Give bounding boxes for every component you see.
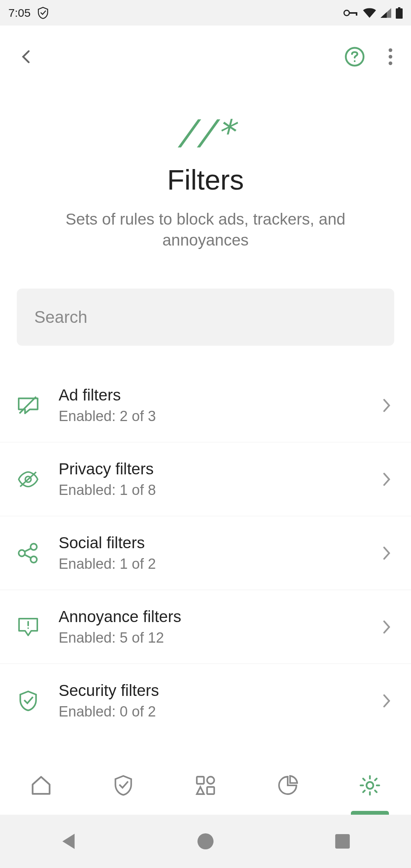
item-title: Social filters xyxy=(59,534,360,552)
more-menu-button[interactable] xyxy=(388,48,393,67)
svg-rect-3 xyxy=(396,8,403,19)
chevron-right-icon xyxy=(379,398,394,413)
item-subtitle: Enabled: 0 of 2 xyxy=(59,704,360,720)
list-item-security-filters[interactable]: Security filters Enabled: 0 of 2 xyxy=(0,664,411,737)
svg-rect-20 xyxy=(197,777,204,784)
svg-point-15 xyxy=(30,556,37,563)
svg-point-23 xyxy=(366,782,373,789)
active-tab-indicator xyxy=(351,811,389,815)
alert-bubble-icon xyxy=(17,617,40,637)
sys-home-button[interactable] xyxy=(137,815,274,868)
item-subtitle: Enabled: 5 of 12 xyxy=(59,630,360,646)
svg-point-19 xyxy=(27,627,29,629)
help-button[interactable] xyxy=(344,46,365,69)
list-item-annoyance-filters[interactable]: Annoyance filters Enabled: 5 of 12 xyxy=(0,590,411,664)
item-title: Privacy filters xyxy=(59,460,360,478)
nav-protection[interactable] xyxy=(82,756,164,815)
item-title: Security filters xyxy=(59,681,360,700)
shield-status-icon xyxy=(37,6,49,19)
status-time: 7:05 xyxy=(8,6,30,19)
chevron-right-icon xyxy=(379,472,394,487)
svg-rect-25 xyxy=(335,834,350,849)
page-subtitle: Sets of rules to block ads, trackers, an… xyxy=(23,209,388,251)
sys-back-button[interactable] xyxy=(0,815,137,868)
list-item-privacy-filters[interactable]: Privacy filters Enabled: 1 of 8 xyxy=(0,442,411,516)
chevron-right-icon xyxy=(379,619,394,635)
shield-check-icon xyxy=(17,690,40,712)
system-nav-bar xyxy=(0,815,411,868)
cell-signal-icon xyxy=(381,8,391,18)
filters-logo-icon: //* xyxy=(23,112,388,152)
svg-line-16 xyxy=(25,548,31,551)
vpn-key-icon xyxy=(343,9,358,17)
nav-statistics[interactable] xyxy=(247,756,329,815)
share-icon xyxy=(17,543,40,563)
statusbar: 7:05 xyxy=(0,0,411,26)
item-title: Ad filters xyxy=(59,386,360,404)
chevron-right-icon xyxy=(379,693,394,708)
svg-point-14 xyxy=(30,544,37,550)
wifi-icon xyxy=(363,8,376,18)
appbar xyxy=(0,26,411,89)
svg-point-24 xyxy=(198,833,213,849)
svg-point-7 xyxy=(389,48,392,52)
svg-point-0 xyxy=(344,10,349,16)
nav-settings[interactable] xyxy=(329,756,411,815)
list-item-social-filters[interactable]: Social filters Enabled: 1 of 2 xyxy=(0,516,411,590)
nav-apps[interactable] xyxy=(164,756,247,815)
chevron-right-icon xyxy=(379,546,394,561)
filter-list: Ad filters Enabled: 2 of 3 Privacy filte… xyxy=(0,369,411,737)
svg-line-17 xyxy=(25,555,31,558)
page-header: //* Filters Sets of rules to block ads, … xyxy=(0,89,411,289)
item-subtitle: Enabled: 1 of 2 xyxy=(59,556,360,572)
eye-off-icon xyxy=(17,471,40,487)
search-input[interactable] xyxy=(17,289,394,346)
svg-point-21 xyxy=(207,777,214,784)
bottom-nav xyxy=(0,756,411,815)
svg-point-8 xyxy=(389,55,392,59)
item-title: Annoyance filters xyxy=(59,608,360,626)
svg-rect-2 xyxy=(356,12,357,16)
back-button[interactable] xyxy=(18,48,35,67)
svg-rect-4 xyxy=(398,7,400,9)
nav-home[interactable] xyxy=(0,756,82,815)
svg-point-13 xyxy=(19,550,25,556)
list-item-ad-filters[interactable]: Ad filters Enabled: 2 of 3 xyxy=(0,369,411,442)
svg-point-9 xyxy=(389,61,392,65)
svg-point-6 xyxy=(354,60,356,62)
page-title: Filters xyxy=(23,164,388,196)
ad-block-icon xyxy=(17,396,40,415)
sys-recent-button[interactable] xyxy=(274,815,411,868)
battery-icon xyxy=(396,7,403,19)
item-subtitle: Enabled: 1 of 8 xyxy=(59,482,360,498)
item-subtitle: Enabled: 2 of 3 xyxy=(59,408,360,424)
svg-rect-22 xyxy=(207,787,214,794)
